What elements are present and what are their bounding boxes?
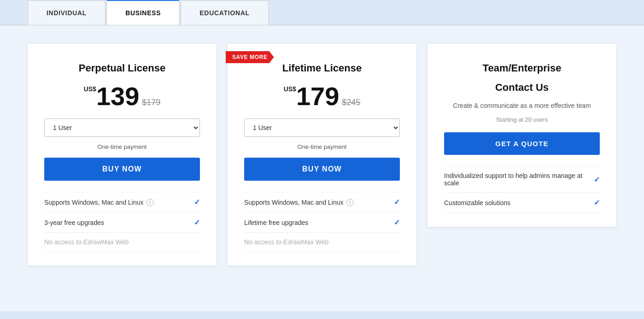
perpetual-price-original: $179 (142, 98, 160, 107)
feature-text: 3-year free upgrades (44, 219, 194, 226)
perpetual-one-time-text: One-time payment (44, 143, 200, 150)
perpetual-title: Perpetual License (44, 62, 200, 74)
save-more-banner: SAVE MORE (226, 51, 274, 63)
lifetime-title: Lifetime License (244, 62, 400, 74)
feature-item: Customizable solutions ✓ (444, 193, 600, 213)
perpetual-price-block: US$139$179 (44, 83, 200, 109)
lifetime-card: SAVE MORE Lifetime License US$179$245 1 … (228, 44, 416, 266)
lifetime-currency: US$ (284, 85, 296, 93)
feature-text: Individualized support to help admins ma… (444, 172, 594, 187)
feature-text: No access to EdrawMax Web (244, 238, 400, 246)
check-icon: ✓ (394, 198, 400, 207)
lifetime-price-original: $245 (342, 98, 360, 107)
check-icon: ✓ (194, 218, 200, 227)
feature-text: Supports Windows, Mac and Linux i (244, 199, 394, 206)
check-icon: ✓ (594, 198, 600, 207)
check-icon: ✓ (594, 175, 600, 184)
feature-label: Supports Windows, Mac and Linux (44, 199, 144, 206)
feature-label: No access to EdrawMax Web (244, 238, 328, 246)
contact-us-title: Contact Us (444, 82, 600, 94)
feature-text: No access to EdrawMax Web (44, 238, 200, 246)
lifetime-price-block: US$179$245 (244, 83, 400, 109)
perpetual-card: Perpetual License US$139$179 1 User 2 Us… (28, 44, 217, 266)
feature-label: Supports Windows, Mac and Linux (244, 199, 344, 206)
feature-item: Supports Windows, Mac and Linux i ✓ (244, 192, 400, 213)
main-content: Perpetual License US$139$179 1 User 2 Us… (0, 25, 644, 311)
lifetime-user-select[interactable]: 1 User 2 Users 5 Users 10 Users (244, 118, 400, 137)
perpetual-currency: US$ (84, 85, 96, 93)
tabs-bar: INDIVIDUAL BUSINESS EDUCATIONAL (0, 0, 644, 25)
lifetime-one-time-text: One-time payment (244, 143, 400, 150)
get-quote-button[interactable]: GET A QUOTE (444, 132, 600, 155)
enterprise-features-list: Individualized support to help admins ma… (444, 166, 600, 213)
starting-at-text: Starting at 20 users (444, 116, 600, 123)
perpetual-price-main: 139 (96, 82, 139, 111)
enterprise-card: Team/Enterprise Contact Us Create & comm… (427, 44, 616, 227)
feature-text: Lifetime free upgrades (244, 219, 394, 226)
check-icon: ✓ (194, 198, 200, 207)
info-icon: i (346, 199, 354, 206)
feature-item: Lifetime free upgrades ✓ (244, 213, 400, 233)
feature-text: Customizable solutions (444, 199, 594, 207)
enterprise-description: Create & communicate as a more effective… (444, 101, 600, 111)
perpetual-features-list: Supports Windows, Mac and Linux i ✓ 3-ye… (44, 192, 200, 252)
feature-item: Individualized support to help admins ma… (444, 166, 600, 193)
tab-business[interactable]: BUSINESS (106, 0, 180, 25)
feature-item-disabled: No access to EdrawMax Web (244, 233, 400, 252)
perpetual-user-select[interactable]: 1 User 2 Users 5 Users 10 Users (44, 118, 200, 137)
cards-container: Perpetual License US$139$179 1 User 2 Us… (28, 44, 616, 266)
feature-item: Supports Windows, Mac and Linux i ✓ (44, 192, 200, 213)
perpetual-buy-button[interactable]: BUY NOW (44, 158, 200, 181)
feature-label: Lifetime free upgrades (244, 219, 308, 226)
enterprise-title: Team/Enterprise (444, 62, 600, 74)
tab-individual[interactable]: INDIVIDUAL (28, 0, 105, 25)
lifetime-price-main: 179 (296, 82, 339, 111)
lifetime-features-list: Supports Windows, Mac and Linux i ✓ Life… (244, 192, 400, 252)
feature-text: Supports Windows, Mac and Linux i (44, 199, 194, 206)
info-icon: i (146, 199, 154, 206)
feature-label: Individualized support to help admins ma… (444, 172, 594, 187)
check-icon: ✓ (394, 218, 400, 227)
feature-item-disabled: No access to EdrawMax Web (44, 233, 200, 252)
lifetime-buy-button[interactable]: BUY NOW (244, 158, 400, 181)
tab-educational[interactable]: EDUCATIONAL (181, 0, 269, 25)
feature-item: 3-year free upgrades ✓ (44, 213, 200, 233)
feature-label: No access to EdrawMax Web (44, 238, 129, 246)
feature-label: 3-year free upgrades (44, 219, 104, 226)
feature-label: Customizable solutions (444, 199, 510, 207)
